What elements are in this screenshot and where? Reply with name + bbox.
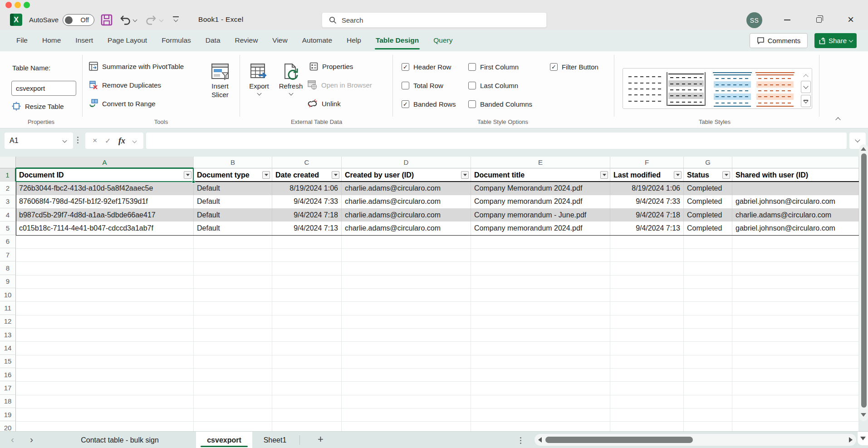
column-header-A[interactable]: A	[16, 157, 194, 168]
undo-icon[interactable]	[119, 14, 131, 26]
cell[interactable]: 726b3044-fbc2-413d-a10d-5a8f42aaec5e	[16, 182, 194, 195]
table-header-cell[interactable]: Document type	[194, 168, 272, 182]
avatar[interactable]: SS	[746, 12, 762, 28]
grid-corner[interactable]	[0, 157, 16, 168]
row-header-15[interactable]: 15	[0, 355, 16, 368]
column-header-F[interactable]: F	[610, 157, 684, 168]
table-style-preset-light-orange[interactable]	[755, 72, 794, 106]
table-header-cell[interactable]: Created by user (ID)	[342, 168, 471, 182]
cell[interactable]: 8/19/2024 1:06	[272, 182, 342, 195]
gallery-scroll-down-button[interactable]	[801, 81, 811, 93]
cancel-entry-icon[interactable]: ×	[93, 136, 97, 145]
cell[interactable]: 9/4/2024 7:33	[610, 195, 684, 208]
vertical-scrollbar-thumb[interactable]	[861, 153, 867, 408]
search-input[interactable]: Search	[322, 12, 547, 28]
cell[interactable]: Default	[194, 182, 272, 195]
column-header-B[interactable]: B	[194, 157, 272, 168]
filter-dropdown-button[interactable]	[262, 171, 270, 179]
ribbon-tab-data[interactable]: Data	[198, 30, 228, 51]
filter-dropdown-button[interactable]	[722, 171, 730, 179]
row-header-9[interactable]: 9	[0, 275, 16, 288]
gallery-scroll-up-button[interactable]	[801, 69, 811, 82]
cell[interactable]: 8/19/2024 1:06	[610, 182, 684, 195]
scroll-up-icon[interactable]	[861, 147, 866, 151]
autosave-toggle[interactable]: Off	[63, 14, 94, 26]
collapse-ribbon-button[interactable]	[832, 116, 844, 126]
column-header-h[interactable]	[732, 157, 859, 168]
customize-toolbar-icon[interactable]	[173, 16, 179, 21]
function-dropdown-icon[interactable]	[132, 138, 137, 143]
close-button[interactable]: ×	[840, 10, 861, 30]
row-header-19[interactable]: 19	[0, 408, 16, 421]
column-header-D[interactable]: D	[342, 157, 471, 168]
table-style-preset-plain[interactable]	[626, 72, 665, 106]
row-header-10[interactable]: 10	[0, 288, 16, 301]
cell[interactable]	[732, 182, 859, 195]
ribbon-tab-file[interactable]: File	[9, 30, 35, 51]
cell[interactable]: Completed	[684, 208, 732, 222]
scroll-right-icon[interactable]	[849, 437, 853, 443]
traffic-close-icon[interactable]	[5, 2, 12, 8]
checkbox-total-row[interactable]: Total Row	[402, 80, 443, 90]
column-header-G[interactable]: G	[684, 157, 732, 168]
cell[interactable]: 9/4/2024 7:13	[272, 222, 342, 235]
insert-slicer-button[interactable]: Insert Slicer	[207, 63, 233, 99]
cell[interactable]: Completed	[684, 222, 732, 235]
refresh-button[interactable]: Refresh	[278, 63, 304, 95]
filter-dropdown-button[interactable]	[600, 171, 608, 179]
confirm-entry-icon[interactable]: ✓	[105, 137, 111, 145]
cell[interactable]: charlie.adams@circularo.com	[732, 208, 859, 222]
cell[interactable]: gabriel.johnson@circularo.com	[732, 195, 859, 208]
scroll-left-icon[interactable]	[538, 437, 542, 443]
cell[interactable]: charlie.adams@circularo.com	[342, 208, 471, 222]
checkbox-first-column[interactable]: First Column	[468, 62, 519, 72]
checkbox-header-row[interactable]: ✓Header Row	[402, 62, 451, 72]
cell[interactable]: gabriel.johnson@circularo.com	[732, 222, 859, 235]
filter-dropdown-button[interactable]	[332, 171, 339, 179]
row-header-16[interactable]: 16	[0, 368, 16, 381]
table-header-cell[interactable]: Last modified	[610, 168, 684, 182]
column-header-E[interactable]: E	[471, 157, 610, 168]
table-header-cell[interactable]: Document title	[471, 168, 610, 182]
ribbon-tab-automate[interactable]: Automate	[295, 30, 339, 51]
name-box-dropdown-icon[interactable]	[63, 138, 67, 143]
cell[interactable]: 9/4/2024 7:33	[272, 195, 342, 208]
cell[interactable]: 9/4/2024 7:18	[610, 208, 684, 222]
ribbon-tab-formulas[interactable]: Formulas	[154, 30, 198, 51]
ribbon-tab-query[interactable]: Query	[426, 30, 460, 51]
column-header-C[interactable]: C	[272, 157, 342, 168]
cell[interactable]: 9/4/2024 7:13	[610, 222, 684, 235]
cell[interactable]: Default	[194, 195, 272, 208]
export-dropdown-icon[interactable]	[257, 91, 261, 96]
share-button[interactable]: Share	[814, 33, 857, 48]
filter-dropdown-button[interactable]	[461, 171, 469, 179]
scroll-down-icon[interactable]	[861, 413, 866, 417]
table-properties-button[interactable]: Properties	[309, 60, 353, 72]
cell[interactable]: Completed	[684, 182, 732, 195]
undo-dropdown-icon[interactable]	[133, 18, 137, 22]
cell[interactable]: Default	[194, 222, 272, 235]
row-header-13[interactable]: 13	[0, 328, 16, 341]
export-button[interactable]: Export	[246, 63, 272, 95]
cell[interactable]: Company memorandum 2024.pdf	[471, 222, 610, 235]
filter-dropdown-button[interactable]	[674, 171, 682, 179]
cell[interactable]: Default	[194, 208, 272, 222]
fill-handle[interactable]	[192, 180, 195, 183]
share-dropdown-icon[interactable]	[849, 38, 853, 43]
ribbon-tab-home[interactable]: Home	[35, 30, 68, 51]
cell[interactable]: 9/4/2024 7:18	[272, 208, 342, 222]
name-box[interactable]: A1	[5, 133, 73, 149]
ribbon-tab-table-design[interactable]: Table Design	[368, 30, 426, 51]
traffic-minimize-icon[interactable]	[15, 2, 21, 8]
gallery-more-button[interactable]	[801, 95, 811, 107]
row-header-4[interactable]: 4	[0, 208, 16, 222]
sheet-nav-left-icon[interactable]: ‹	[11, 434, 14, 445]
sheet-nav-right-icon[interactable]: ›	[30, 434, 33, 445]
cell[interactable]: Company memorandum 2024.pdf	[471, 195, 610, 208]
sheet-tab-sheet1[interactable]: Sheet1	[252, 432, 298, 448]
checkbox-last-column[interactable]: Last Column	[468, 80, 518, 90]
row-header-6[interactable]: 6	[0, 235, 16, 248]
ribbon-tab-view[interactable]: View	[265, 30, 294, 51]
cell[interactable]: charlie.adams@circularo.com	[342, 195, 471, 208]
cell[interactable]: Company Memorandum 2024.pdf	[471, 182, 610, 195]
